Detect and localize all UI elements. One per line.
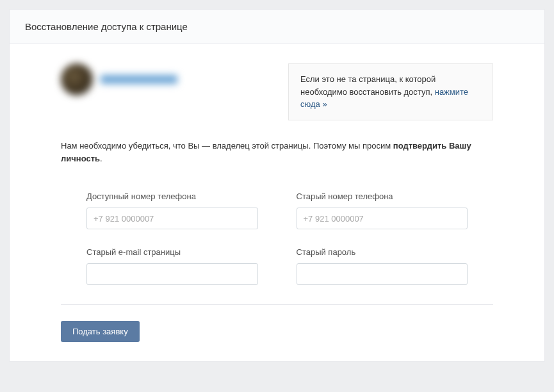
recovery-card: Восстановление доступа к странице Если э…: [9, 9, 545, 362]
page-title: Восстановление доступа к странице: [25, 21, 529, 32]
separator: [61, 304, 493, 305]
available-phone-input[interactable]: [86, 208, 258, 229]
form-row-2: Старый e-mail страницы Старый пароль: [61, 247, 493, 285]
instruction-text: Нам необходимо убедиться, что Вы — владе…: [61, 140, 493, 167]
form-row-1: Доступный номер телефона Старый номер те…: [61, 192, 493, 229]
card-header: Восстановление доступа к странице: [10, 10, 544, 44]
profile-block: [61, 63, 177, 95]
submit-button[interactable]: Подать заявку: [61, 321, 140, 342]
instruction-after: .: [100, 154, 102, 163]
info-text: Если это не та страница, к которой необх…: [300, 74, 436, 97]
old-email-input[interactable]: [86, 263, 258, 285]
old-password-input[interactable]: [297, 263, 468, 285]
old-email-label: Старый e-mail страницы: [86, 247, 258, 257]
old-email-group: Старый e-mail страницы: [86, 247, 258, 285]
old-phone-label: Старый номер телефона: [297, 192, 468, 201]
top-row: Если это не та страница, к которой необх…: [61, 63, 493, 120]
old-phone-input[interactable]: [297, 208, 468, 229]
old-password-label: Старый пароль: [297, 247, 468, 257]
available-phone-group: Доступный номер телефона: [86, 192, 258, 229]
instruction-before: Нам необходимо убедиться, что Вы — владе…: [61, 141, 393, 151]
avatar: [61, 63, 93, 95]
wrong-page-info: Если это не та страница, к которой необх…: [288, 63, 493, 120]
card-content: Если это не та страница, к которой необх…: [10, 44, 544, 361]
old-phone-group: Старый номер телефона: [297, 192, 468, 229]
profile-name-placeholder: [101, 75, 177, 84]
available-phone-label: Доступный номер телефона: [86, 192, 258, 201]
old-password-group: Старый пароль: [297, 247, 468, 285]
